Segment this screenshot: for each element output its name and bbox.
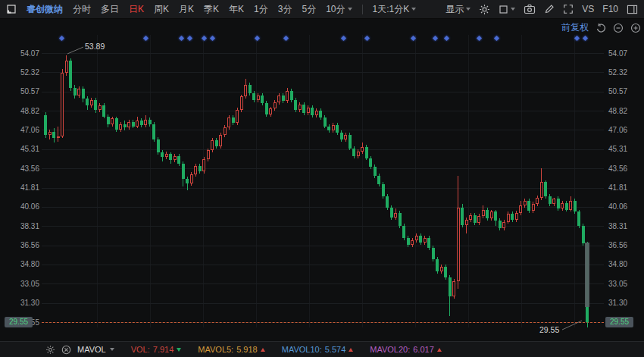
candle-body	[536, 198, 539, 205]
candlestick-chart[interactable]: 54.0754.0752.3252.3250.5750.5748.8248.82…	[0, 0, 644, 357]
current-price-tag-right: 29.55	[605, 317, 633, 327]
candle-body	[65, 61, 68, 73]
candle-body	[502, 222, 505, 229]
axis-price-label: 52.32	[11, 68, 39, 77]
candle-body	[444, 267, 447, 277]
candle-body	[282, 96, 285, 101]
candle-body	[224, 127, 227, 135]
event-marker-diamond[interactable]	[583, 36, 588, 41]
candle-body	[527, 201, 530, 211]
candle-body	[299, 105, 302, 110]
candle-body	[90, 100, 93, 105]
candle-body	[432, 248, 435, 258]
event-marker-diamond[interactable]	[494, 36, 499, 41]
candle-body	[540, 182, 543, 197]
candle-body	[199, 166, 202, 171]
indicator-selector[interactable]: MAVOL	[77, 345, 114, 354]
chevron-down-icon	[110, 348, 114, 351]
grid-line-horizontal	[42, 226, 604, 227]
candle-body	[186, 179, 189, 183]
grid-line-horizontal	[42, 265, 604, 265]
candle-body	[69, 61, 72, 88]
candle-body	[294, 100, 297, 110]
event-marker-diamond[interactable]	[143, 36, 148, 41]
legend-item-1[interactable]: MAVOL5: 5.918	[198, 345, 264, 354]
adjust-mode-button[interactable]: 前复权	[561, 21, 589, 34]
candle-body	[461, 208, 464, 225]
candle-body	[57, 136, 60, 139]
candle-body	[357, 152, 360, 156]
candle-body	[369, 158, 372, 168]
candle-body	[177, 156, 180, 164]
candle-body	[419, 236, 422, 243]
event-marker-diamond[interactable]	[364, 36, 370, 41]
last-candle-ghost-bar	[585, 243, 589, 307]
candle-body	[307, 108, 310, 113]
axis-price-label: 40.06	[608, 202, 639, 211]
candle-body	[144, 120, 147, 125]
event-marker-diamond[interactable]	[210, 36, 215, 41]
candle-body	[115, 118, 118, 129]
candle-body	[324, 117, 327, 127]
candle-body	[561, 203, 564, 208]
candle-body	[132, 122, 135, 127]
grid-line-horizontal	[42, 246, 604, 246]
event-marker-diamond[interactable]	[341, 36, 346, 41]
event-marker-diamond[interactable]	[59, 36, 64, 41]
candle-body	[77, 89, 80, 96]
reset-undo-icon[interactable]	[596, 23, 606, 33]
legend-item-2[interactable]: MAVOL10: 5.574	[282, 345, 354, 354]
axis-price-label: 52.32	[608, 68, 639, 77]
candle-body	[48, 132, 52, 135]
candle-body	[386, 196, 389, 207]
candle-body	[102, 105, 105, 116]
grid-line-horizontal	[42, 303, 604, 304]
grid-line-horizontal	[42, 111, 604, 111]
candle-body	[157, 139, 160, 152]
candle-body	[457, 208, 460, 281]
candle-body	[327, 127, 330, 131]
candle-body	[436, 259, 439, 271]
candle-body	[207, 150, 210, 159]
candle-body	[211, 140, 214, 150]
candle-body	[44, 115, 47, 135]
zoom-out-icon[interactable]	[613, 23, 624, 33]
candle-body	[127, 122, 130, 127]
candle-body	[574, 201, 577, 211]
candle-body	[411, 240, 414, 245]
candle-body	[515, 213, 518, 220]
candle-body	[382, 184, 385, 196]
grid-line-horizontal	[42, 188, 604, 189]
candle-body	[236, 110, 239, 123]
indicator-bar: MAVOL VOL: 7.914 MAVOL5: 5.918 MAVOL10: …	[0, 341, 644, 357]
event-marker-diamond[interactable]	[283, 36, 289, 41]
close-indicator-icon[interactable]	[61, 345, 71, 355]
axis-price-label: 48.82	[11, 107, 39, 115]
candle-body	[511, 214, 514, 219]
event-marker-diamond[interactable]	[433, 36, 438, 41]
candle-body	[394, 213, 397, 218]
current-price-tag-left: 29.55	[5, 317, 33, 327]
candle-body	[507, 214, 510, 221]
candle-body	[169, 154, 172, 161]
candle-body	[286, 91, 289, 101]
candle-body	[319, 111, 322, 117]
candle-body	[469, 215, 472, 220]
candle-body	[232, 117, 235, 123]
legend-item-0[interactable]: VOL: 7.914	[131, 345, 182, 354]
event-marker-diamond[interactable]	[477, 36, 482, 41]
event-marker-diamond[interactable]	[179, 36, 184, 41]
indicator-settings-gear-icon[interactable]	[45, 345, 55, 355]
candle-body	[98, 105, 102, 110]
vol-value: 7.914	[153, 345, 174, 354]
event-marker-diamond[interactable]	[574, 36, 580, 41]
candle-body	[148, 120, 152, 124]
zoom-in-icon[interactable]	[630, 23, 641, 33]
event-marker-diamond[interactable]	[444, 36, 449, 41]
grid-line-horizontal	[42, 149, 604, 150]
event-marker-diamond[interactable]	[187, 36, 192, 41]
legend-item-3[interactable]: MAVOL20: 6.017	[370, 345, 442, 354]
candle-body	[544, 182, 547, 196]
axis-price-label: 43.56	[608, 164, 639, 173]
axis-price-label: 50.57	[11, 87, 39, 96]
